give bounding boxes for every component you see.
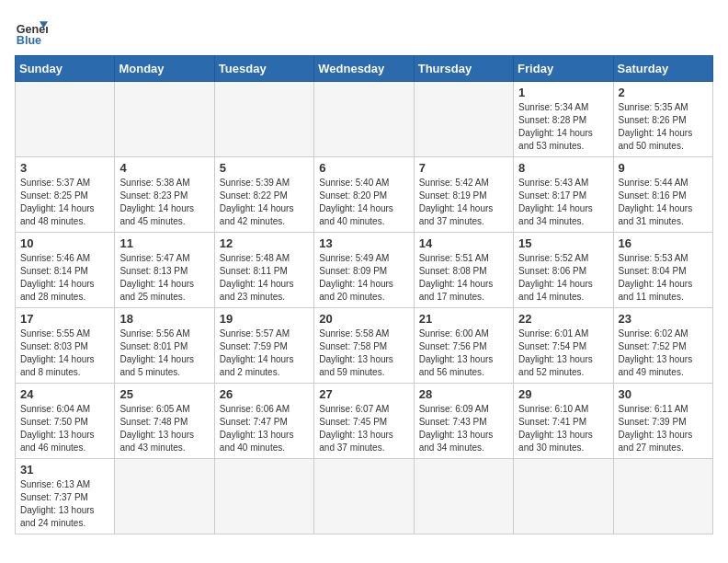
calendar-cell: 30Sunrise: 6:11 AM Sunset: 7:39 PM Dayli… — [613, 384, 712, 459]
date-number: 6 — [319, 161, 408, 175]
day-info: Sunrise: 6:04 AM Sunset: 7:50 PM Dayligh… — [20, 403, 109, 454]
calendar-cell: 3Sunrise: 5:37 AM Sunset: 8:25 PM Daylig… — [16, 157, 115, 233]
day-info: Sunrise: 5:43 AM Sunset: 8:17 PM Dayligh… — [518, 177, 608, 228]
day-header-monday: Monday — [115, 56, 214, 82]
day-info: Sunrise: 6:10 AM Sunset: 7:41 PM Dayligh… — [518, 403, 608, 454]
date-number: 4 — [119, 161, 209, 175]
date-number: 28 — [419, 387, 508, 401]
date-number: 20 — [319, 312, 408, 326]
day-info: Sunrise: 5:35 AM Sunset: 8:26 PM Dayligh… — [619, 101, 708, 153]
date-number: 14 — [419, 236, 508, 250]
date-number: 13 — [319, 236, 408, 250]
date-number: 8 — [518, 161, 608, 175]
calendar-cell: 19Sunrise: 5:57 AM Sunset: 7:59 PM Dayli… — [214, 308, 313, 384]
calendar-cell: 23Sunrise: 6:02 AM Sunset: 7:52 PM Dayli… — [613, 308, 712, 384]
page-header: General Blue — [15, 15, 713, 48]
calendar-cell: 9Sunrise: 5:44 AM Sunset: 8:16 PM Daylig… — [613, 157, 712, 233]
calendar-cell — [214, 82, 313, 157]
day-info: Sunrise: 6:01 AM Sunset: 7:54 PM Dayligh… — [518, 327, 608, 379]
date-number: 16 — [619, 236, 708, 250]
day-info: Sunrise: 5:39 AM Sunset: 8:22 PM Dayligh… — [220, 177, 309, 228]
calendar-cell: 25Sunrise: 6:05 AM Sunset: 7:48 PM Dayli… — [115, 384, 214, 459]
date-number: 19 — [220, 312, 309, 326]
day-info: Sunrise: 6:00 AM Sunset: 7:56 PM Dayligh… — [419, 327, 508, 379]
calendar-cell: 5Sunrise: 5:39 AM Sunset: 8:22 PM Daylig… — [214, 157, 313, 233]
day-header-saturday: Saturday — [613, 56, 712, 82]
day-info: Sunrise: 5:51 AM Sunset: 8:08 PM Dayligh… — [419, 252, 508, 304]
day-info: Sunrise: 5:58 AM Sunset: 7:58 PM Dayligh… — [319, 327, 408, 379]
date-number: 29 — [518, 387, 608, 401]
calendar-cell — [414, 82, 513, 157]
day-info: Sunrise: 6:02 AM Sunset: 7:52 PM Dayligh… — [619, 327, 708, 379]
calendar-cell: 6Sunrise: 5:40 AM Sunset: 8:20 PM Daylig… — [314, 157, 414, 233]
calendar-cell: 10Sunrise: 5:46 AM Sunset: 8:14 PM Dayli… — [16, 233, 115, 308]
date-number: 15 — [518, 236, 608, 250]
calendar-cell — [414, 459, 513, 534]
date-number: 18 — [119, 312, 209, 326]
day-info: Sunrise: 5:56 AM Sunset: 8:01 PM Dayligh… — [119, 327, 209, 379]
date-number: 30 — [619, 387, 708, 401]
day-info: Sunrise: 5:44 AM Sunset: 8:16 PM Dayligh… — [619, 177, 708, 228]
calendar-header-row: SundayMondayTuesdayWednesdayThursdayFrid… — [16, 56, 713, 82]
svg-text:Blue: Blue — [17, 34, 41, 47]
date-number: 2 — [619, 86, 708, 99]
calendar-cell: 31Sunrise: 6:13 AM Sunset: 7:37 PM Dayli… — [16, 459, 115, 534]
date-number: 25 — [119, 387, 209, 401]
calendar-cell: 17Sunrise: 5:55 AM Sunset: 8:03 PM Dayli… — [16, 308, 115, 384]
day-info: Sunrise: 6:05 AM Sunset: 7:48 PM Dayligh… — [119, 403, 209, 454]
date-number: 27 — [319, 387, 408, 401]
calendar-cell: 11Sunrise: 5:47 AM Sunset: 8:13 PM Dayli… — [115, 233, 214, 308]
day-info: Sunrise: 5:49 AM Sunset: 8:09 PM Dayligh… — [319, 252, 408, 304]
calendar-cell: 29Sunrise: 6:10 AM Sunset: 7:41 PM Dayli… — [514, 384, 613, 459]
calendar-week-row: 31Sunrise: 6:13 AM Sunset: 7:37 PM Dayli… — [16, 459, 713, 534]
day-info: Sunrise: 6:06 AM Sunset: 7:47 PM Dayligh… — [220, 403, 309, 454]
date-number: 7 — [419, 161, 508, 175]
date-number: 10 — [20, 236, 109, 250]
date-number: 23 — [619, 312, 708, 326]
day-header-tuesday: Tuesday — [214, 56, 313, 82]
calendar-cell: 15Sunrise: 5:52 AM Sunset: 8:06 PM Dayli… — [514, 233, 613, 308]
calendar-cell: 24Sunrise: 6:04 AM Sunset: 7:50 PM Dayli… — [16, 384, 115, 459]
day-info: Sunrise: 5:53 AM Sunset: 8:04 PM Dayligh… — [619, 252, 708, 304]
calendar-cell: 12Sunrise: 5:48 AM Sunset: 8:11 PM Dayli… — [214, 233, 313, 308]
date-number: 12 — [220, 236, 309, 250]
day-info: Sunrise: 5:42 AM Sunset: 8:19 PM Dayligh… — [419, 177, 508, 228]
calendar-cell — [115, 459, 214, 534]
calendar-cell — [115, 82, 214, 157]
day-info: Sunrise: 5:37 AM Sunset: 8:25 PM Dayligh… — [20, 177, 109, 228]
calendar-cell: 13Sunrise: 5:49 AM Sunset: 8:09 PM Dayli… — [314, 233, 414, 308]
date-number: 5 — [220, 161, 309, 175]
calendar-cell — [314, 459, 414, 534]
calendar-week-row: 1Sunrise: 5:34 AM Sunset: 8:28 PM Daylig… — [16, 82, 713, 157]
calendar-cell: 22Sunrise: 6:01 AM Sunset: 7:54 PM Dayli… — [514, 308, 613, 384]
calendar-cell: 8Sunrise: 5:43 AM Sunset: 8:17 PM Daylig… — [514, 157, 613, 233]
calendar-cell: 28Sunrise: 6:09 AM Sunset: 7:43 PM Dayli… — [414, 384, 513, 459]
day-info: Sunrise: 5:46 AM Sunset: 8:14 PM Dayligh… — [20, 252, 109, 304]
day-info: Sunrise: 5:47 AM Sunset: 8:13 PM Dayligh… — [119, 252, 209, 304]
logo-icon: General Blue — [15, 15, 48, 48]
day-header-sunday: Sunday — [16, 56, 115, 82]
date-number: 21 — [419, 312, 508, 326]
day-header-wednesday: Wednesday — [314, 56, 414, 82]
calendar-cell: 4Sunrise: 5:38 AM Sunset: 8:23 PM Daylig… — [115, 157, 214, 233]
calendar-cell — [613, 459, 712, 534]
day-info: Sunrise: 6:13 AM Sunset: 7:37 PM Dayligh… — [20, 478, 109, 530]
day-info: Sunrise: 5:40 AM Sunset: 8:20 PM Dayligh… — [319, 177, 408, 228]
calendar-cell — [514, 459, 613, 534]
day-info: Sunrise: 5:38 AM Sunset: 8:23 PM Dayligh… — [119, 177, 209, 228]
date-number: 9 — [619, 161, 708, 175]
calendar-cell: 21Sunrise: 6:00 AM Sunset: 7:56 PM Dayli… — [414, 308, 513, 384]
day-info: Sunrise: 5:34 AM Sunset: 8:28 PM Dayligh… — [518, 101, 608, 153]
calendar-cell: 26Sunrise: 6:06 AM Sunset: 7:47 PM Dayli… — [214, 384, 313, 459]
date-number: 17 — [20, 312, 109, 326]
calendar-cell: 1Sunrise: 5:34 AM Sunset: 8:28 PM Daylig… — [514, 82, 613, 157]
calendar-cell: 7Sunrise: 5:42 AM Sunset: 8:19 PM Daylig… — [414, 157, 513, 233]
calendar-cell: 18Sunrise: 5:56 AM Sunset: 8:01 PM Dayli… — [115, 308, 214, 384]
calendar-week-row: 10Sunrise: 5:46 AM Sunset: 8:14 PM Dayli… — [16, 233, 713, 308]
day-header-thursday: Thursday — [414, 56, 513, 82]
calendar-week-row: 17Sunrise: 5:55 AM Sunset: 8:03 PM Dayli… — [16, 308, 713, 384]
calendar-cell: 27Sunrise: 6:07 AM Sunset: 7:45 PM Dayli… — [314, 384, 414, 459]
calendar-cell: 16Sunrise: 5:53 AM Sunset: 8:04 PM Dayli… — [613, 233, 712, 308]
calendar-cell — [16, 82, 115, 157]
date-number: 1 — [518, 86, 608, 99]
